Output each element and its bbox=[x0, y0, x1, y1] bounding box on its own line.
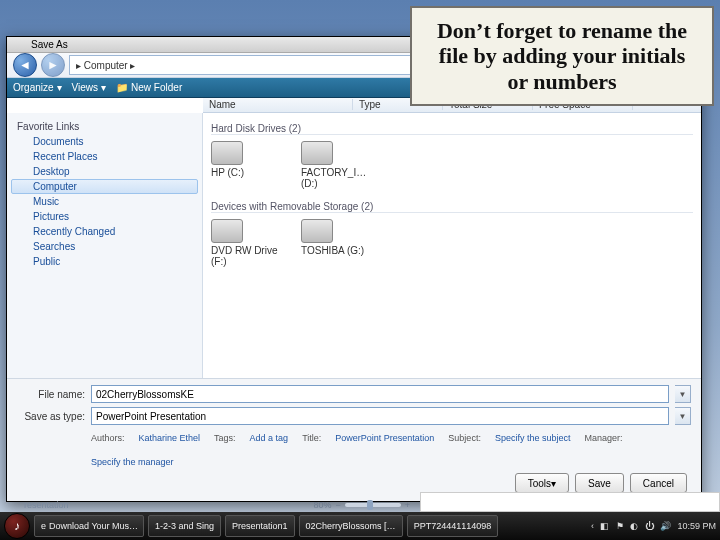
dialog-buttons: Tools ▾ Save Cancel bbox=[17, 467, 691, 493]
authors-value[interactable]: Katharine Ethel bbox=[139, 433, 201, 443]
back-button[interactable]: ◄ bbox=[13, 53, 37, 77]
drive-label: DVD RW Drive (F:) bbox=[211, 245, 277, 267]
ie-icon: e bbox=[41, 521, 46, 531]
tools-button[interactable]: Tools ▾ bbox=[515, 473, 569, 493]
sidebar-item-documents[interactable]: Documents bbox=[11, 134, 198, 149]
drive-row-removable: DVD RW Drive (F:) TOSHIBA (G:) bbox=[211, 219, 693, 267]
sidebar-item-public[interactable]: Public bbox=[11, 254, 198, 269]
background-strip bbox=[420, 492, 720, 512]
col-name[interactable]: Name bbox=[203, 99, 353, 110]
views-menu[interactable]: Views ▾ bbox=[72, 82, 107, 93]
sidebar: Favorite Links Documents Recent Places D… bbox=[7, 113, 203, 378]
drive-icon bbox=[211, 141, 243, 165]
task-item[interactable]: 02CherryBlossoms [… bbox=[299, 515, 403, 537]
app-icon bbox=[13, 38, 27, 52]
organize-menu[interactable]: Organize ▾ bbox=[13, 82, 62, 93]
drive-row-hdd: HP (C:) FACTORY_I… (D:) bbox=[211, 141, 693, 189]
tags-label: Tags: bbox=[214, 433, 236, 443]
drive-item[interactable]: HP (C:) bbox=[211, 141, 281, 189]
zoom-slider[interactable] bbox=[345, 503, 401, 507]
new-folder-button[interactable]: 📁 New Folder bbox=[116, 82, 182, 93]
drive-item[interactable]: TOSHIBA (G:) bbox=[301, 219, 371, 267]
clock[interactable]: 10:59 PM bbox=[677, 521, 716, 531]
save-as-type-label: Save as type: bbox=[17, 411, 85, 422]
save-as-type-row: Save as type: PowerPoint Presentation ▼ bbox=[17, 407, 691, 425]
sidebar-item-computer[interactable]: Computer bbox=[11, 179, 198, 194]
folder-icon: 📁 bbox=[116, 82, 128, 93]
manager-value[interactable]: Specify the manager bbox=[91, 457, 174, 467]
sidebar-item-recently-changed[interactable]: Recently Changed bbox=[11, 224, 198, 239]
start-button[interactable]: ♪ bbox=[4, 513, 30, 539]
manager-label: Manager: bbox=[584, 433, 622, 443]
subject-value[interactable]: Specify the subject bbox=[495, 433, 571, 443]
forward-button[interactable]: ► bbox=[41, 53, 65, 77]
bottom-panel: File name: 02CherryBlossomsKE ▼ Save as … bbox=[7, 378, 701, 501]
organize-label: Organize bbox=[13, 82, 54, 93]
file-name-label: File name: bbox=[17, 389, 85, 400]
authors-label: Authors: bbox=[91, 433, 125, 443]
zoom-thumb[interactable] bbox=[367, 500, 373, 510]
task-item[interactable]: eDownload Your Mus… bbox=[34, 515, 144, 537]
task-item[interactable]: Presentation1 bbox=[225, 515, 295, 537]
file-name-row: File name: 02CherryBlossomsKE ▼ bbox=[17, 385, 691, 403]
title-value[interactable]: PowerPoint Presentation bbox=[335, 433, 434, 443]
sidebar-item-music[interactable]: Music bbox=[11, 194, 198, 209]
title-label: Title: bbox=[302, 433, 321, 443]
zoom-pct: 80% bbox=[313, 500, 331, 510]
breadcrumb-text: ▸ Computer ▸ bbox=[76, 60, 135, 71]
optical-drive-icon bbox=[211, 219, 243, 243]
cancel-button[interactable]: Cancel bbox=[630, 473, 687, 493]
system-tray[interactable]: ‹ ◧ ⚑ ◐ ⏻ 🔊 10:59 PM bbox=[591, 521, 716, 531]
sidebar-item-desktop[interactable]: Desktop bbox=[11, 164, 198, 179]
sidebar-item-pictures[interactable]: Pictures bbox=[11, 209, 198, 224]
group-removable: Devices with Removable Storage (2) bbox=[211, 201, 693, 213]
content-pane[interactable]: Hard Disk Drives (2) HP (C:) FACTORY_I… … bbox=[203, 113, 701, 378]
zoom-plus-icon[interactable]: + bbox=[405, 500, 410, 510]
save-as-type-select[interactable]: PowerPoint Presentation bbox=[91, 407, 669, 425]
tray-icons[interactable]: ‹ ◧ ⚑ ◐ ⏻ 🔊 bbox=[591, 521, 674, 531]
tags-value[interactable]: Add a tag bbox=[250, 433, 289, 443]
window-title: Save As bbox=[31, 39, 68, 50]
drive-icon bbox=[301, 219, 333, 243]
subject-label: Subject: bbox=[448, 433, 481, 443]
callout-text: Don’t forget to rename the file by addin… bbox=[437, 18, 687, 94]
drive-item[interactable]: FACTORY_I… (D:) bbox=[301, 141, 371, 189]
main-area: Favorite Links Documents Recent Places D… bbox=[7, 113, 701, 378]
save-button[interactable]: Save bbox=[575, 473, 624, 493]
save-as-type-dropdown[interactable]: ▼ bbox=[675, 407, 691, 425]
sidebar-heading: Favorite Links bbox=[11, 119, 198, 134]
sidebar-item-recent-places[interactable]: Recent Places bbox=[11, 149, 198, 164]
file-name-dropdown[interactable]: ▼ bbox=[675, 385, 691, 403]
views-label: Views bbox=[72, 82, 99, 93]
music-note-icon: ♪ bbox=[14, 519, 20, 533]
sidebar-item-searches[interactable]: Searches bbox=[11, 239, 198, 254]
instruction-callout: Don’t forget to rename the file by addin… bbox=[410, 6, 714, 106]
file-name-input[interactable]: 02CherryBlossomsKE bbox=[91, 385, 669, 403]
new-folder-label: New Folder bbox=[131, 82, 182, 93]
task-item[interactable]: PPT724441114098 bbox=[407, 515, 499, 537]
drive-item[interactable]: DVD RW Drive (F:) bbox=[211, 219, 281, 267]
metadata-row: Authors: Katharine Ethel Tags: Add a tag… bbox=[17, 429, 691, 467]
task-item[interactable]: 1-2-3 and Sing bbox=[148, 515, 221, 537]
taskbar: ♪ eDownload Your Mus… 1-2-3 and Sing Pre… bbox=[0, 512, 720, 540]
zoom-control[interactable]: 80% − + bbox=[313, 500, 410, 510]
drive-label: HP (C:) bbox=[211, 167, 244, 178]
status-left: resentation bbox=[24, 500, 69, 510]
zoom-minus-icon[interactable]: − bbox=[335, 500, 340, 510]
group-hard-disks: Hard Disk Drives (2) bbox=[211, 123, 693, 135]
save-as-dialog: Save As ◄ ► ▸ Computer ▸ Organize ▾ View… bbox=[6, 36, 702, 502]
drive-icon bbox=[301, 141, 333, 165]
drive-label: FACTORY_I… (D:) bbox=[301, 167, 366, 189]
drive-label: TOSHIBA (G:) bbox=[301, 245, 364, 256]
